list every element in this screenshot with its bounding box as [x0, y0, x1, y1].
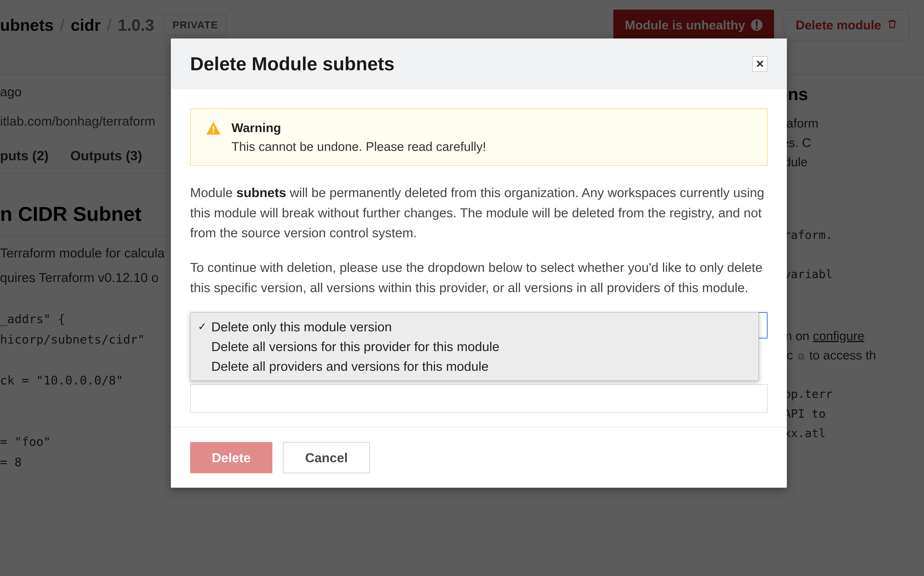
warning-icon [205, 120, 222, 154]
para1-module-name: subnets [236, 185, 286, 200]
option-delete-all-providers-versions[interactable]: Delete all providers and versions for th… [198, 356, 751, 376]
option-delete-this-version[interactable]: ✓ Delete only this module version [198, 317, 751, 337]
cancel-button[interactable]: Cancel [283, 442, 370, 473]
modal-header: Delete Module subnets ✕ [171, 38, 787, 89]
select-dropdown: ✓ Delete only this module version Delete… [190, 312, 759, 381]
modal-title: Delete Module subnets [190, 53, 394, 75]
option-label: Delete all versions for this provider fo… [211, 339, 500, 354]
option-label: Delete all providers and versions for th… [211, 359, 489, 373]
close-icon: ✕ [756, 58, 764, 70]
svg-rect-1 [213, 131, 214, 133]
delete-button[interactable]: Delete [190, 442, 272, 473]
delete-scope-select[interactable]: ✓ Delete only this module version Delete… [190, 312, 767, 339]
modal-paragraph-1: Module subnets will be permanently delet… [190, 182, 767, 243]
delete-module-modal: Delete Module subnets ✕ Warning This can… [171, 38, 787, 488]
option-label: Delete only this module version [211, 320, 392, 334]
svg-rect-0 [213, 126, 214, 130]
option-delete-all-provider-versions[interactable]: Delete all versions for this provider fo… [198, 337, 751, 356]
modal-footer: Delete Cancel [171, 427, 787, 488]
confirm-input[interactable] [190, 384, 767, 413]
check-icon: ✓ [198, 320, 207, 333]
modal-body: Warning This cannot be undone. Please re… [171, 89, 787, 427]
modal-close-button[interactable]: ✕ [752, 56, 767, 72]
para1-pre: Module [190, 185, 236, 200]
warning-alert: Warning This cannot be undone. Please re… [190, 109, 767, 166]
modal-paragraph-2: To continue with deletion, please use th… [190, 258, 767, 298]
warning-heading: Warning [232, 120, 486, 135]
warning-text: This cannot be undone. Please read caref… [232, 139, 486, 154]
